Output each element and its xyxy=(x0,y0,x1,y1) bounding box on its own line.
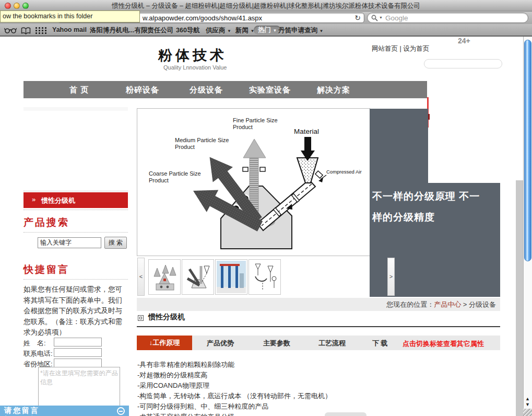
phone-field[interactable] xyxy=(54,348,102,357)
search-field[interactable]: ▼ Google xyxy=(367,13,528,23)
chevron-down-icon: ▼ xyxy=(319,29,323,33)
svg-text:Product: Product xyxy=(175,144,195,150)
chevron-down-icon: ▼ xyxy=(273,28,277,33)
carousel-prev-button[interactable]: < xyxy=(137,258,145,296)
product-diagram-box: Fine Particle Size Product Medium Partic… xyxy=(137,108,370,256)
breadcrumb-arrow: > xyxy=(463,301,467,308)
nav-item-crushing[interactable]: 粉碎设备 xyxy=(126,85,159,95)
page-right-margin xyxy=(516,180,523,416)
message-instructions: 如果您有任何疑问或需求，您可将其填写在下面的表单中。我们会根据您留下的联系方式及… xyxy=(23,284,129,338)
site-slogan: Quality Lnnovation Value xyxy=(163,64,227,71)
svg-text:Material: Material xyxy=(294,128,319,135)
tab-hint-text: 点击切换标签查看其它属性 xyxy=(403,339,484,349)
bookmark-yahoo-mail[interactable]: Yahoo mail xyxy=(52,26,87,33)
search-engine-dropdown-icon[interactable]: ▼ xyxy=(379,16,383,19)
bookmark-folder-dandi[interactable]: 丹笛申请查询 ▼ xyxy=(278,26,323,35)
collapse-minus-icon[interactable] xyxy=(117,407,125,415)
tab-download[interactable]: 下 载 xyxy=(372,339,388,348)
feature-item: -对超微粉的分级精度高 xyxy=(137,371,498,381)
feature-item: -可同时分级得到粗、中、细三种粒度的产品 xyxy=(137,402,498,412)
scroll-down-icon[interactable]: ▼ xyxy=(523,402,532,408)
product-title: 惯性分级机 xyxy=(148,313,185,322)
magnifier-icon xyxy=(371,15,378,21)
banner-panel-top xyxy=(370,109,428,183)
scrollbar-thumb[interactable] xyxy=(524,40,531,261)
bookmarks-book-icon[interactable] xyxy=(21,27,31,34)
name-label: 姓 名: xyxy=(23,339,46,348)
scroll-up-icon[interactable]: ▲ xyxy=(523,396,532,402)
double-chevron-icon: » xyxy=(32,195,36,203)
tab-process-flow[interactable]: 工艺流程 xyxy=(318,339,346,348)
nav-item-home[interactable]: 首 页 xyxy=(69,85,89,95)
divider xyxy=(23,191,128,191)
divider xyxy=(23,232,128,233)
quick-message-heading: 快捷留言 xyxy=(23,263,69,276)
svg-text:Medium Particle Size: Medium Particle Size xyxy=(175,137,229,143)
keyword-input[interactable] xyxy=(38,237,101,248)
bookmark-360nav[interactable]: 360导航 xyxy=(176,26,200,35)
sidebar-top-strip xyxy=(23,107,128,111)
section-box-icon xyxy=(138,315,144,321)
nav-item-classifying[interactable]: 分级设备 xyxy=(190,85,223,95)
classifier-diagram: Fine Particle Size Product Medium Partic… xyxy=(137,109,370,256)
browser-window: 惯性分级机 – 分级设备 – 超细粉碎机|超细分级机|超微粉碎机|球化整形机|潍… xyxy=(0,0,532,416)
feature-list: -具有非常精准的粗颗粒剔除功能 -对超微粉的分级精度高 -采用COANDA物理原… xyxy=(137,360,498,416)
site-logo[interactable]: 粉体技术 xyxy=(158,46,227,65)
nav-item-solutions[interactable]: 解决方案 xyxy=(317,85,350,95)
svg-text:Product: Product xyxy=(233,124,253,130)
divider xyxy=(23,210,128,210)
url-text: w.alpapowder.com/goods/show/41.aspx xyxy=(143,14,262,22)
breadcrumb-product-center[interactable]: 产品中心 xyxy=(434,301,461,308)
carousel-next-button[interactable]: > xyxy=(387,258,395,296)
message-textarea[interactable] xyxy=(38,367,120,407)
region-field[interactable] xyxy=(54,359,102,367)
thumbnail-machine-photo[interactable] xyxy=(148,259,181,295)
bookmark-folder-news[interactable]: 新闻 ▼ xyxy=(235,26,254,35)
bookmark-folder-hot-active[interactable]: 热门 ▼ xyxy=(254,26,281,34)
feature-item: -采用COANDA物理原理 xyxy=(137,381,498,391)
window-resize-grip[interactable] xyxy=(523,409,532,416)
header-links[interactable]: 网站首页 | 设为首页 xyxy=(372,44,429,53)
search-placeholder: Google xyxy=(385,14,408,22)
sidebar-current-product[interactable]: » 惯性分级机 xyxy=(23,192,128,208)
scrollbar-arrows[interactable]: ▲ ▼ xyxy=(523,396,532,408)
floating-widget-edge xyxy=(325,412,367,416)
window-title: 惯性分级机 – 分级设备 – 超细粉碎机|超细分级机|超微粉碎机|球化整形机|潍… xyxy=(0,2,532,10)
phone-label: 联系电话: xyxy=(23,349,53,359)
divider xyxy=(23,279,128,280)
tab-product-advantages[interactable]: 产品优势 xyxy=(207,339,234,348)
product-tab-bar: ↓工作原理 产品优势 主要参数 工艺流程 下 载 点击切换标签查看其它属性 xyxy=(137,336,500,350)
name-field[interactable] xyxy=(54,338,102,346)
svg-text:Product: Product xyxy=(149,177,169,183)
top-sites-grid-icon[interactable] xyxy=(36,27,46,34)
breadcrumb: 您现在的位置：产品中心 > 分级设备 xyxy=(137,298,500,311)
bookmark-folder-supplier[interactable]: 供应商 ▼ xyxy=(206,26,231,35)
reading-glasses-icon[interactable] xyxy=(4,27,17,34)
tab-working-principle[interactable]: ↓工作原理 xyxy=(137,336,192,350)
search-button[interactable]: 搜 索 xyxy=(104,237,127,249)
reload-icon[interactable]: ↻ xyxy=(354,14,361,22)
svg-text:Coarse Particle Size: Coarse Particle Size xyxy=(149,170,201,177)
tab-main-parameters[interactable]: 主要参数 xyxy=(263,339,290,348)
divider xyxy=(137,326,500,327)
bookmark-luoyang[interactable]: 洛阳博丹机电...有限责任公司 xyxy=(90,26,173,35)
main-navigation: 首 页 粉碎设备 分级设备 实验室设备 解决方案 xyxy=(23,81,427,98)
bookmarks-bar: Yahoo mail 洛阳博丹机电...有限责任公司 360导航 供应商 ▼ 新… xyxy=(0,24,532,37)
partial-clipped-text: 24+ xyxy=(458,37,470,43)
nav-item-laboratory[interactable]: 实验室设备 xyxy=(249,85,291,95)
thumbnail-plant-photo[interactable] xyxy=(215,259,247,295)
banner-slogan: 不一样的分级原理 不一样的分级精度 xyxy=(372,186,488,228)
window-titlebar: 惯性分级机 – 分级设备 – 超细粉碎机|超细分级机|超微粉碎机|球化整形机|潍… xyxy=(0,0,532,11)
breadcrumb-prefix: 您现在的位置： xyxy=(386,301,434,308)
svg-text:Compressed Air: Compressed Air xyxy=(326,169,362,175)
thumbnail-schematic[interactable] xyxy=(249,259,281,295)
chevron-down-icon: ▼ xyxy=(227,29,231,33)
product-search-heading: 产品搜索 xyxy=(23,216,69,229)
thumbnail-diagram[interactable] xyxy=(182,259,214,295)
feature-item: -尤其适于窄粒度分布的产品分级 xyxy=(137,412,498,416)
feedback-bar[interactable]: 请您留言 Leave us a note xyxy=(0,406,129,416)
header-search-box[interactable] xyxy=(424,59,502,68)
sidebar-product-label: 惯性分级机 xyxy=(41,196,75,205)
feature-item: -具有非常精准的粗颗粒剔除功能 xyxy=(137,360,498,371)
breadcrumb-current[interactable]: 分级设备 xyxy=(469,301,496,308)
